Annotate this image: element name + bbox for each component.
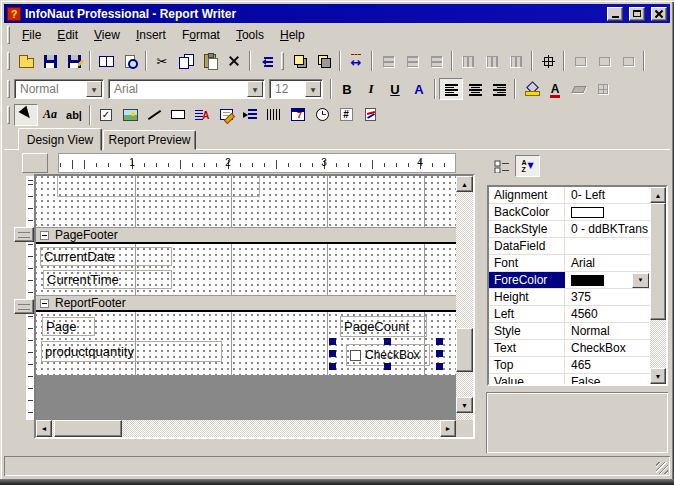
- vertical-scrollbar[interactable]: ▲ ▼: [456, 176, 473, 420]
- collapse-minus-icon[interactable]: [40, 231, 49, 240]
- make-same-size-button[interactable]: [616, 50, 640, 72]
- ruler-corner-box[interactable]: [22, 153, 48, 173]
- align-left-button[interactable]: [439, 78, 463, 100]
- fill-color-button[interactable]: [519, 78, 543, 100]
- page-number-tool-button[interactable]: #: [334, 104, 358, 126]
- scroll-down-button[interactable]: ▼: [650, 368, 666, 384]
- drag-handle[interactable]: [7, 26, 10, 44]
- categorized-view-button[interactable]: [489, 155, 514, 177]
- horizontal-scroll-thumb[interactable]: [54, 420, 122, 437]
- bring-to-front-button[interactable]: [288, 50, 312, 72]
- alphabetical-sort-button[interactable]: AZ ▼: [515, 155, 540, 177]
- copy-button[interactable]: [174, 50, 198, 72]
- scroll-up-button[interactable]: ▲: [650, 187, 666, 203]
- menu-tools[interactable]: Tools: [228, 25, 272, 45]
- drag-handle[interactable]: [7, 106, 10, 124]
- property-row-backstyle[interactable]: BackStyle0 - ddBKTrans: [489, 221, 650, 238]
- data-dictionary-button[interactable]: [94, 50, 118, 72]
- make-same-height-button[interactable]: [592, 50, 616, 72]
- align-center-button[interactable]: [463, 78, 487, 100]
- italic-button[interactable]: I: [359, 78, 383, 100]
- property-row-datafield[interactable]: DataField: [489, 238, 650, 255]
- selection-handle[interactable]: [436, 363, 443, 370]
- drag-handle[interactable]: [281, 52, 284, 70]
- drag-handle[interactable]: [7, 80, 10, 98]
- scroll-left-button[interactable]: ◄: [36, 420, 52, 437]
- chart-tool-button[interactable]: [358, 104, 382, 126]
- align-bottom-edges-button[interactable]: [504, 50, 528, 72]
- scroll-right-button[interactable]: ►: [440, 420, 456, 437]
- calendar-tool-button[interactable]: 7: [286, 104, 310, 126]
- make-same-width-button[interactable]: [568, 50, 592, 72]
- delete-button[interactable]: [222, 50, 246, 72]
- property-row-height[interactable]: Height375: [489, 289, 650, 306]
- field-page-count[interactable]: PageCount: [340, 316, 427, 337]
- open-button[interactable]: [14, 50, 38, 72]
- field-current-time[interactable]: CurrentTime: [43, 270, 172, 289]
- align-left-edges-button[interactable]: [376, 50, 400, 72]
- property-row-value[interactable]: ValueFalse: [489, 374, 650, 384]
- scroll-down-button[interactable]: ▼: [456, 397, 473, 413]
- bold-button[interactable]: B: [335, 78, 359, 100]
- vertical-scroll-thumb[interactable]: [456, 328, 473, 372]
- rectangle-tool-button[interactable]: [166, 104, 190, 126]
- font-size-combo[interactable]: 12▼: [269, 79, 323, 99]
- menu-help[interactable]: Help: [272, 25, 313, 45]
- line-tool-button[interactable]: [142, 104, 166, 126]
- reportfooter-section-handle[interactable]: [14, 299, 34, 314]
- center-in-section-button[interactable]: [536, 50, 560, 72]
- pointer-tool-button[interactable]: [14, 104, 38, 126]
- menu-view[interactable]: View: [86, 25, 128, 45]
- field-current-date[interactable]: CurrentDate: [40, 247, 172, 266]
- resize-grip[interactable]: [656, 462, 668, 474]
- property-row-font[interactable]: FontArial: [489, 255, 650, 272]
- minimize-button[interactable]: [607, 7, 623, 21]
- paste-button[interactable]: [198, 50, 222, 72]
- property-row-top[interactable]: Top465: [489, 357, 650, 374]
- selection-handle[interactable]: [329, 338, 336, 345]
- script-editor-button[interactable]: [254, 50, 278, 72]
- field-page[interactable]: Page: [42, 317, 95, 336]
- forecolor-dropdown-button[interactable]: ▼: [632, 273, 649, 288]
- property-row-alignment[interactable]: Alignment0- Left: [489, 187, 650, 204]
- selection-handle[interactable]: [384, 363, 391, 370]
- barcode-tool-button[interactable]: [262, 104, 286, 126]
- collapse-minus-icon[interactable]: [40, 299, 49, 308]
- cut-button[interactable]: ✂: [150, 50, 174, 72]
- property-row-backcolor[interactable]: BackColor: [489, 204, 650, 221]
- textbox-tool-button[interactable]: ab|: [62, 104, 86, 126]
- maximize-button[interactable]: [629, 7, 645, 21]
- tab-design-view[interactable]: Design View: [18, 128, 102, 151]
- property-grid-scrollbar[interactable]: ▲ ▼: [650, 187, 666, 384]
- selection-handle[interactable]: [329, 363, 336, 370]
- clipped-field-outline[interactable]: [57, 176, 260, 197]
- pagefooter-section-handle[interactable]: [14, 227, 34, 242]
- subreport-tool-button[interactable]: [214, 104, 238, 126]
- font-color-button[interactable]: A: [543, 78, 567, 100]
- property-row-left[interactable]: Left4560: [489, 306, 650, 323]
- drag-handle[interactable]: [7, 52, 10, 70]
- menu-edit[interactable]: Edit: [49, 25, 86, 45]
- field-product-quantity[interactable]: productquantity: [41, 341, 222, 362]
- borders-button[interactable]: [591, 78, 615, 100]
- clock-tool-button[interactable]: [310, 104, 334, 126]
- menu-file[interactable]: File: [14, 25, 49, 45]
- title-bar[interactable]: ? InfoNaut Professional - Report Writer: [4, 4, 670, 23]
- font-combo[interactable]: Arial▼: [108, 79, 265, 99]
- fit-width-button[interactable]: ↔: [344, 50, 368, 72]
- close-button[interactable]: [651, 7, 667, 21]
- send-to-back-button[interactable]: [312, 50, 336, 72]
- format-painter-button[interactable]: [567, 78, 591, 100]
- save-button[interactable]: [38, 50, 62, 72]
- align-right-button[interactable]: [487, 78, 511, 100]
- selection-handle[interactable]: [436, 350, 443, 357]
- image-tool-button[interactable]: [118, 104, 142, 126]
- label-tool-button[interactable]: Aa: [38, 104, 62, 126]
- font-button[interactable]: A: [407, 78, 431, 100]
- print-preview-button[interactable]: [118, 50, 142, 72]
- property-row-forecolor[interactable]: ForeColor▼: [489, 272, 650, 289]
- checkbox-tool-button[interactable]: ✓: [94, 104, 118, 126]
- design-canvas[interactable]: PageFooter CurrentDate CurrentTime Repor…: [36, 176, 456, 420]
- align-middle-button[interactable]: [480, 50, 504, 72]
- align-top-edges-button[interactable]: [456, 50, 480, 72]
